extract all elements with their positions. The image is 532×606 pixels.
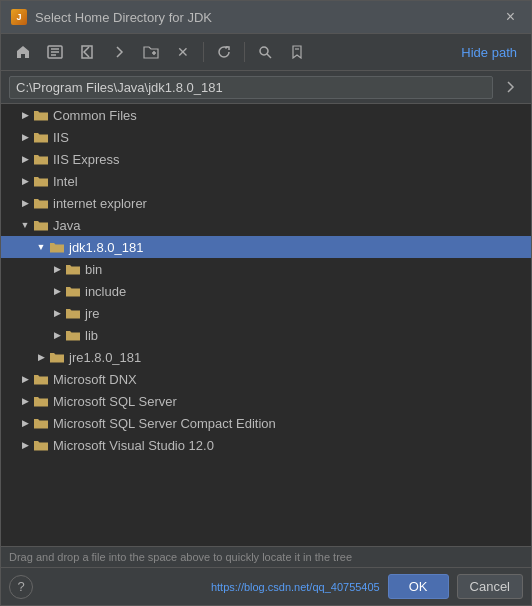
list-item[interactable]: Common Files xyxy=(1,104,531,126)
toolbar-separator xyxy=(203,42,204,62)
list-item[interactable]: Java xyxy=(1,214,531,236)
tree-arrow-ms-sql xyxy=(17,393,33,409)
tree-item-label: Intel xyxy=(53,174,531,189)
tree-item-label: internet explorer xyxy=(53,196,531,211)
folder-icon xyxy=(33,195,49,211)
tree-arrow-jre xyxy=(49,305,65,321)
title-bar-left: J Select Home Directory for JDK xyxy=(11,9,212,25)
forward-button[interactable] xyxy=(105,40,133,64)
path-input[interactable] xyxy=(9,76,493,99)
tree-arrow-iis-express xyxy=(17,151,33,167)
new-folder-button[interactable] xyxy=(137,40,165,64)
list-item[interactable]: Microsoft SQL Server xyxy=(1,390,531,412)
folder-icon xyxy=(65,283,81,299)
help-button[interactable]: ? xyxy=(9,575,33,599)
folder-icon xyxy=(65,327,81,343)
folder-icon xyxy=(65,261,81,277)
tree-item-label: jre xyxy=(85,306,531,321)
tree-item-label: IIS Express xyxy=(53,152,531,167)
list-item[interactable]: jre1.8.0_181 xyxy=(1,346,531,368)
list-item[interactable]: Microsoft Visual Studio 12.0 xyxy=(1,434,531,456)
folder-icon xyxy=(33,173,49,189)
find-button[interactable] xyxy=(251,40,279,64)
breadcrumb-button[interactable] xyxy=(41,40,69,64)
tree-arrow-include xyxy=(49,283,65,299)
tree-arrow-java xyxy=(17,217,33,233)
tree-arrow-iis xyxy=(17,129,33,145)
list-item[interactable]: internet explorer xyxy=(1,192,531,214)
tree-item-label: Microsoft Visual Studio 12.0 xyxy=(53,438,531,453)
back-button[interactable] xyxy=(73,40,101,64)
footer-link[interactable]: https://blog.csdn.net/qq_40755405 xyxy=(211,581,380,593)
tree-arrow-ms-sql-compact xyxy=(17,415,33,431)
status-bar: Drag and drop a file into the space abov… xyxy=(1,546,531,567)
list-item[interactable]: Microsoft SQL Server Compact Edition xyxy=(1,412,531,434)
list-item[interactable]: IIS xyxy=(1,126,531,148)
path-bar xyxy=(1,71,531,104)
tree-arrow-intel xyxy=(17,173,33,189)
list-item[interactable]: lib xyxy=(1,324,531,346)
folder-icon xyxy=(33,393,49,409)
tree-item-label: include xyxy=(85,284,531,299)
toolbar: ✕ Hide path xyxy=(1,34,531,71)
folder-icon xyxy=(33,151,49,167)
folder-icon xyxy=(33,217,49,233)
status-message: Drag and drop a file into the space abov… xyxy=(9,551,352,563)
tree-item-label: lib xyxy=(85,328,531,343)
footer: ? https://blog.csdn.net/qq_40755405 OK C… xyxy=(1,567,531,605)
tree-item-label: jdk1.8.0_181 xyxy=(69,240,531,255)
list-item[interactable]: Microsoft DNX xyxy=(1,368,531,390)
tree-item-label: bin xyxy=(85,262,531,277)
tree-item-label: Microsoft SQL Server xyxy=(53,394,531,409)
tree-item-label: jre1.8.0_181 xyxy=(69,350,531,365)
hide-path-button[interactable]: Hide path xyxy=(455,43,523,62)
app-icon: J xyxy=(11,9,27,25)
close-button[interactable]: × xyxy=(500,7,521,27)
dialog: J Select Home Directory for JDK × xyxy=(0,0,532,606)
list-item[interactable]: include xyxy=(1,280,531,302)
bookmark-button[interactable] xyxy=(283,40,311,64)
list-item[interactable]: jdk1.8.0_181 xyxy=(1,236,531,258)
tree-arrow-jre181 xyxy=(33,349,49,365)
tree-arrow-common-files xyxy=(17,107,33,123)
tree-arrow-bin xyxy=(49,261,65,277)
list-item[interactable]: bin xyxy=(1,258,531,280)
folder-icon xyxy=(33,371,49,387)
folder-icon xyxy=(33,415,49,431)
tree-item-label: IIS xyxy=(53,130,531,145)
title-bar: J Select Home Directory for JDK × xyxy=(1,1,531,34)
tree-item-label: Microsoft SQL Server Compact Edition xyxy=(53,416,531,431)
toolbar-separator-2 xyxy=(244,42,245,62)
tree-item-label: Microsoft DNX xyxy=(53,372,531,387)
folder-icon xyxy=(49,349,65,365)
folder-icon xyxy=(33,437,49,453)
dialog-title: Select Home Directory for JDK xyxy=(35,10,212,25)
tree-arrow-ie xyxy=(17,195,33,211)
tree-item-label: Java xyxy=(53,218,531,233)
tree-container[interactable]: Common Files IIS IIS Express Intel xyxy=(1,104,531,546)
folder-icon xyxy=(65,305,81,321)
ok-button[interactable]: OK xyxy=(388,574,449,599)
tree-arrow-lib xyxy=(49,327,65,343)
folder-icon xyxy=(49,239,65,255)
folder-icon xyxy=(33,107,49,123)
path-go-button[interactable] xyxy=(497,75,523,99)
svg-line-8 xyxy=(267,54,271,58)
tree-arrow-ms-dnx xyxy=(17,371,33,387)
footer-right: https://blog.csdn.net/qq_40755405 OK Can… xyxy=(211,574,523,599)
list-item[interactable]: IIS Express xyxy=(1,148,531,170)
tree-item-label: Common Files xyxy=(53,108,531,123)
refresh-button[interactable] xyxy=(210,40,238,64)
tree-arrow-jdk xyxy=(33,239,49,255)
tree-arrow-ms-vs xyxy=(17,437,33,453)
cancel-button[interactable]: Cancel xyxy=(457,574,523,599)
svg-point-7 xyxy=(260,47,268,55)
list-item[interactable]: jre xyxy=(1,302,531,324)
home-button[interactable] xyxy=(9,40,37,64)
delete-button[interactable]: ✕ xyxy=(169,40,197,64)
folder-icon xyxy=(33,129,49,145)
list-item[interactable]: Intel xyxy=(1,170,531,192)
